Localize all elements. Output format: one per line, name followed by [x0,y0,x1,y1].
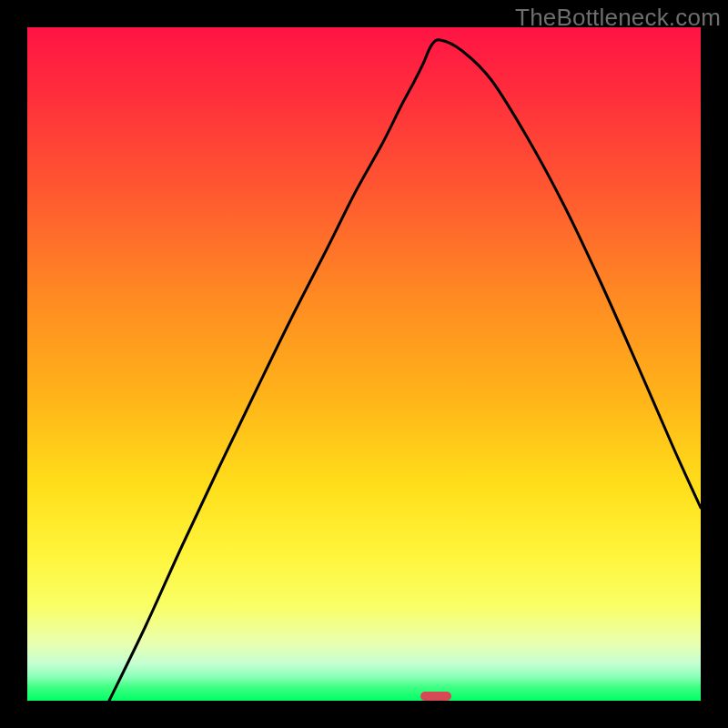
min-marker [420,692,451,701]
chart-frame: TheBottleneck.com [0,0,728,728]
watermark-text: TheBottleneck.com [515,4,721,32]
curve-layer [27,27,701,701]
bottleneck-curve [109,40,701,701]
plot-area [27,27,701,701]
